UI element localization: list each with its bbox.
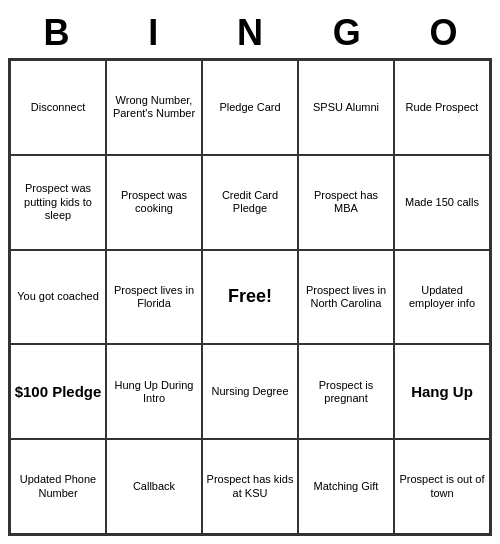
bingo-cell: Prospect was putting kids to sleep — [10, 155, 106, 250]
bingo-cell: Rude Prospect — [394, 60, 490, 155]
bingo-cell: Prospect lives in Florida — [106, 250, 202, 345]
bingo-letter: I — [113, 12, 193, 54]
bingo-cell: $100 Pledge — [10, 344, 106, 439]
bingo-cell: SPSU Alumni — [298, 60, 394, 155]
bingo-cell: You got coached — [10, 250, 106, 345]
bingo-cell: Prospect lives in North Carolina — [298, 250, 394, 345]
bingo-letter: B — [16, 12, 96, 54]
bingo-cell: Prospect was cooking — [106, 155, 202, 250]
bingo-cell: Nursing Degree — [202, 344, 298, 439]
bingo-title: BINGO — [8, 8, 492, 58]
bingo-letter: G — [307, 12, 387, 54]
bingo-letter: N — [210, 12, 290, 54]
bingo-cell: Callback — [106, 439, 202, 534]
bingo-cell: Prospect has kids at KSU — [202, 439, 298, 534]
bingo-cell: Prospect is out of town — [394, 439, 490, 534]
bingo-cell: Updated Phone Number — [10, 439, 106, 534]
bingo-cell: Credit Card Pledge — [202, 155, 298, 250]
bingo-cell: Pledge Card — [202, 60, 298, 155]
bingo-cell: Updated employer info — [394, 250, 490, 345]
bingo-cell: Hung Up During Intro — [106, 344, 202, 439]
bingo-grid: DisconnectWrong Number, Parent's NumberP… — [8, 58, 492, 536]
bingo-cell: Prospect is pregnant — [298, 344, 394, 439]
bingo-cell: Wrong Number, Parent's Number — [106, 60, 202, 155]
bingo-cell: Disconnect — [10, 60, 106, 155]
bingo-cell: Free! — [202, 250, 298, 345]
bingo-letter: O — [404, 12, 484, 54]
bingo-cell: Prospect has MBA — [298, 155, 394, 250]
bingo-cell: Made 150 calls — [394, 155, 490, 250]
bingo-cell: Hang Up — [394, 344, 490, 439]
bingo-cell: Matching Gift — [298, 439, 394, 534]
